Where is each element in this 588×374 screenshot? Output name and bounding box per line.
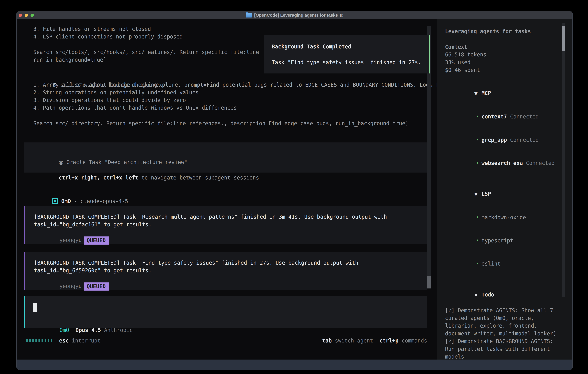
input-provider: Anthropic — [104, 327, 133, 333]
todo-line: document-writer, multimodal-looker) — [437, 330, 572, 337]
message-footer: yeongyuQUEUED — [34, 274, 109, 282]
mcp-item: •websearch_exa Connected — [437, 151, 572, 175]
opencode-terminal-window: [OpenCode] Leveraging agents for tasks ◐… — [17, 11, 572, 370]
bullet-icon: • — [476, 113, 482, 120]
traffic-lights — [19, 14, 34, 17]
todo-item: [✓] Demonstrate AGENTS: Show all 7 curat… — [437, 307, 572, 338]
queued-badge: QUEUED — [84, 237, 109, 245]
folder-icon — [246, 13, 252, 18]
lsp-heading[interactable]: ▼LSP — [437, 182, 572, 206]
window-bottom-bar — [17, 360, 572, 370]
hint-key-right: ctrl+x right, — [59, 175, 100, 181]
notification-title: Background Task Completed — [272, 43, 351, 51]
agent-header: OmO · claude-opus-4-5 — [33, 190, 128, 197]
window-title: [OpenCode] Leveraging agents for tasks ◐ — [246, 13, 344, 18]
context-used: 33% used — [437, 59, 572, 66]
output-line: 4. Path operations that don't handle Win… — [33, 104, 237, 112]
tool-call-line: ⚙ call_omo_agent [subagent_type=explore,… — [33, 73, 445, 81]
session-title: Leveraging agents for tasks — [437, 28, 572, 35]
context-tokens: 66,518 tokens — [437, 51, 572, 58]
background-task-message: [BACKGROUND TASK COMPLETED] Task "Find t… — [24, 252, 427, 290]
mcp-heading[interactable]: ▼MCP — [437, 82, 572, 105]
minimize-button[interactable] — [25, 14, 28, 17]
mcp-item-status: Connected — [510, 137, 539, 143]
context-section: Context 66,518 tokens 33% used $0.46 spe… — [437, 43, 572, 74]
mcp-heading-label: MCP — [482, 90, 491, 96]
mcp-item-name: websearch_exa — [482, 160, 523, 166]
lsp-item: •typescript — [437, 229, 572, 252]
sidebar-scrollbar[interactable] — [562, 23, 565, 297]
esc-key-hint: esc — [59, 338, 69, 344]
message-line-2: task_id="bg_dcfac161" to get results. — [34, 221, 152, 228]
prompt-input[interactable]: OmO Opus 4.5 Anthropic — [24, 296, 427, 328]
lsp-item-name: eslint — [482, 261, 501, 267]
lsp-item-name: typescript — [482, 238, 513, 244]
bullet-icon: • — [476, 136, 482, 144]
input-agent-name: OmO — [60, 327, 69, 333]
input-cursor — [33, 303, 37, 312]
username: yeongyu — [60, 237, 82, 243]
todo-heading-label: Todo — [482, 291, 494, 298]
notification-toast: Background Task Completed Task "Find typ… — [264, 35, 430, 73]
output-line: 3. File handles or streams not closed — [33, 25, 151, 33]
lsp-heading-label: LSP — [482, 191, 491, 197]
username: yeongyu — [60, 283, 82, 289]
bullet-icon: • — [476, 214, 482, 221]
output-line: run_in_background=true] — [33, 56, 106, 64]
todo-section: ▼Todo [✓] Demonstrate AGENTS: Show all 7… — [437, 283, 572, 360]
status-left: esc interrupt — [26, 338, 101, 344]
output-line: 1. Array access without bounds checking — [33, 81, 157, 89]
lsp-item: •markdown-oxide — [437, 206, 572, 229]
context-spent: $0.46 spent — [437, 66, 572, 74]
agent-name: OmO — [61, 198, 71, 204]
window-titlebar[interactable]: [OpenCode] Leveraging agents for tasks ◐ — [17, 11, 572, 19]
queued-badge: QUEUED — [84, 282, 109, 291]
chevron-down-icon: ▼ — [474, 291, 482, 299]
mcp-item-name: context7 — [482, 114, 507, 120]
todo-line: [✓] Demonstrate BACKGROUND AGENTS: — [437, 337, 572, 345]
mcp-item: •context7 Connected — [437, 105, 572, 128]
status-right: tab switch agent ctrl+p commands — [322, 338, 427, 344]
navigation-hint: ctrl+x right, ctrl+x left to navigate be… — [33, 166, 259, 174]
output-line: Search src/tools/, src/hooks/, src/featu… — [33, 48, 259, 56]
todo-line: curated agents (OmO, oracle, — [437, 314, 572, 322]
mcp-item: •grep_app Connected — [437, 128, 572, 151]
lsp-item-name: markdown-oxide — [482, 214, 526, 220]
output-line: 3. Division operations that could divide… — [33, 96, 186, 104]
oracle-task-box: ◉ Oracle Task "Deep architecture review"… — [24, 143, 427, 173]
zoom-button[interactable] — [31, 14, 34, 17]
message-line-1: [BACKGROUND TASK COMPLETED] Task "Find t… — [34, 259, 358, 267]
mcp-item-name: grep_app — [482, 137, 507, 143]
chevron-down-icon: ▼ — [474, 190, 482, 198]
todo-line: librarian, explore, frontend, — [437, 322, 572, 330]
ctrlp-key-label: commands — [402, 338, 427, 344]
spinner-dots-icon — [26, 339, 52, 342]
bullet-icon: • — [476, 237, 482, 244]
todo-line: Run parallel tasks with different — [437, 345, 572, 353]
oracle-task-title: Oracle Task "Deep architecture review" — [67, 159, 187, 165]
separator-dot: · — [74, 198, 77, 204]
ctrlp-key-hint: ctrl+p — [379, 338, 399, 344]
message-line-2: task_id="bg_6f59260c" to get results. — [34, 267, 152, 274]
lsp-item: •eslint — [437, 252, 572, 275]
sidebar-scrollbar-thumb[interactable] — [562, 26, 565, 51]
message-line-1: [BACKGROUND TASK COMPLETED] Task "Resear… — [34, 213, 387, 221]
close-button[interactable] — [19, 14, 22, 17]
output-line: 2. String operations on potentially unde… — [33, 89, 199, 96]
half-circle-state-icon: ◐ — [340, 13, 343, 18]
mcp-section: ▼MCP •context7 Connected •grep_app Conne… — [437, 82, 572, 175]
lsp-section: ▼LSP •markdown-oxide •typescript •eslint — [437, 182, 572, 275]
main-scrollbar-thumb[interactable] — [427, 276, 430, 288]
fisheye-icon: ◉ — [59, 159, 63, 165]
chevron-down-icon: ▼ — [474, 90, 482, 97]
output-line: Search src/ directory. Return specific f… — [33, 120, 409, 127]
bullet-icon: • — [476, 159, 482, 167]
desktop: [OpenCode] Leveraging agents for tasks ◐… — [0, 0, 588, 374]
input-model: Opus 4.5 — [75, 327, 101, 333]
mcp-item-status: Connected — [526, 160, 555, 166]
hint-text: to navigate between subagent sessions — [141, 175, 259, 181]
tab-key-label: switch agent — [335, 338, 373, 344]
mcp-item-status: Connected — [510, 114, 539, 120]
todo-heading[interactable]: ▼Todo — [437, 283, 572, 306]
agent-model: claude-opus-4-5 — [80, 198, 128, 204]
